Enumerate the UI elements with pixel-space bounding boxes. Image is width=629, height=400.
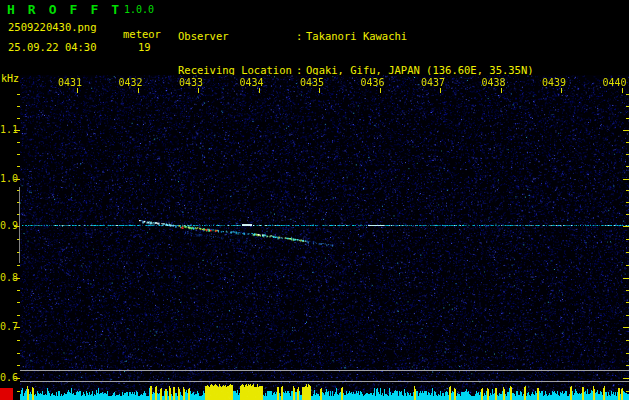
status-indicator-block: [0, 388, 13, 400]
freq-label: 0.9: [0, 220, 14, 231]
app-version: 1.0.0: [124, 4, 154, 15]
freq-minor-tick-left: [17, 154, 20, 155]
freq-minor-tick-left: [17, 353, 20, 354]
echo-count: 19: [138, 41, 151, 53]
time-tick-mark: [198, 88, 199, 93]
freq-minor-tick-left: [17, 265, 20, 266]
time-label: 0438: [479, 77, 506, 88]
freq-major-tick-left: [14, 378, 20, 379]
freq-minor-tick-left: [17, 166, 20, 167]
app-title: H R O F F T: [7, 2, 122, 17]
freq-major-tick-right: [623, 130, 629, 131]
freq-major-tick-right: [623, 226, 629, 227]
freq-label: 0.7: [0, 321, 14, 332]
freq-major-tick-left: [14, 327, 20, 328]
time-tick-mark: [380, 88, 381, 93]
output-filename: 2509220430.png: [8, 21, 97, 33]
time-tick-mark: [440, 88, 441, 93]
freq-minor-tick-left: [17, 315, 20, 316]
freq-label: 1.1: [0, 124, 14, 135]
freq-minor-tick-left: [17, 290, 20, 291]
time-label: 0439: [539, 77, 566, 88]
freq-major-tick-right: [623, 278, 629, 279]
freq-major-tick-right: [623, 179, 629, 180]
freq-major-tick-left: [14, 130, 20, 131]
observation-datetime: 25.09.22 04:30: [8, 41, 97, 53]
time-tick-mark: [138, 88, 139, 93]
freq-axis-unit-label: kHz: [1, 73, 19, 84]
time-tick-mark: [259, 88, 260, 93]
freq-minor-tick-left: [17, 302, 20, 303]
freq-minor-tick-left: [17, 142, 20, 143]
time-label: 0434: [237, 77, 264, 88]
freq-major-tick-right: [623, 327, 629, 328]
freq-minor-tick-left: [17, 365, 20, 366]
time-tick-mark: [501, 88, 502, 93]
freq-minor-tick-left: [17, 118, 20, 119]
time-label: 0433: [176, 77, 203, 88]
info-label: Observer: [178, 31, 296, 42]
time-label: 0435: [297, 77, 324, 88]
observation-mode: meteor: [123, 28, 161, 40]
time-label: 0436: [358, 77, 385, 88]
time-label: 0440: [600, 77, 627, 88]
info-row-observer: Observer:Takanori Kawachi: [178, 31, 534, 42]
spectrogram-canvas: [20, 75, 629, 400]
info-value: Takanori Kawachi: [306, 31, 407, 42]
freq-major-tick-left: [14, 278, 20, 279]
time-tick-mark: [561, 88, 562, 93]
freq-minor-tick-left: [17, 340, 20, 341]
time-tick-mark: [77, 88, 78, 93]
freq-label: 0.6: [0, 372, 14, 383]
time-tick-mark: [319, 88, 320, 93]
time-label: 0431: [55, 77, 82, 88]
freq-label: 0.8: [0, 272, 14, 283]
hrofft-window: H R O F F T 1.0.0 2509220430.png meteor …: [0, 0, 629, 400]
band-marker-line: [19, 187, 20, 263]
freq-major-tick-left: [14, 179, 20, 180]
freq-major-tick-right: [623, 378, 629, 379]
info-separator: :: [296, 31, 306, 42]
time-label: 0437: [418, 77, 445, 88]
freq-minor-tick-left: [17, 94, 20, 95]
freq-minor-tick-left: [17, 391, 20, 392]
freq-label: 1.0: [0, 173, 14, 184]
time-tick-mark: [622, 88, 623, 93]
time-label: 0432: [116, 77, 143, 88]
freq-minor-tick-left: [17, 106, 20, 107]
